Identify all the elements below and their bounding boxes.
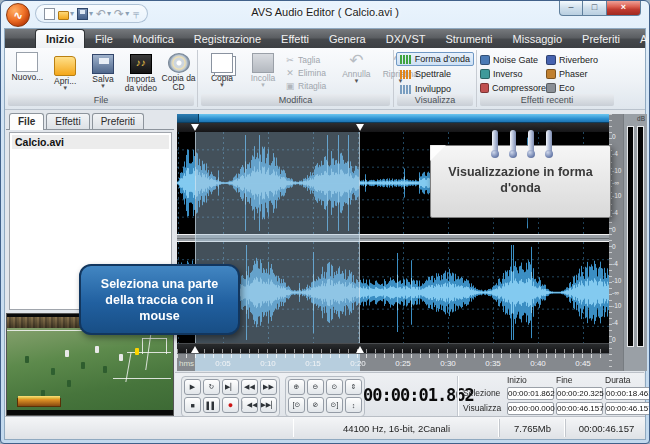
waveform-icon [400,55,411,64]
spectral-icon [400,70,411,79]
button-label: Inverso [493,69,523,79]
ribbon-group-file: Nuovo...Apri...▼Salva▼♪♪Importa da video… [5,50,198,107]
tab-strumenti[interactable]: Strumenti [435,30,502,48]
ruler-tick-label: 0:25 [395,359,411,368]
sidebar-tab-effetti[interactable]: Effetti [46,113,89,129]
ribbon-button-open-folder[interactable]: Apri...▼ [47,52,84,93]
selection-info-panel: InizioFineDurata Selezione00:00:01.86200… [463,375,650,416]
db-label: -∞ [612,179,623,186]
transport-rewind[interactable]: ◀◀ [241,379,258,395]
effect-phaser[interactable]: Phaser [546,67,608,81]
selection-row: Selezione00:00:01.86200:00:20.32500:00:1… [463,386,650,400]
new-file-icon [16,52,38,72]
time-value-box: 00:00:18.463 [605,387,650,400]
selection-row-label: Visualizza [463,403,507,413]
selection-start-handle[interactable] [191,346,199,353]
tab-file[interactable]: File [85,30,123,48]
transport-zoom-sel-left[interactable]: [⊙ [288,397,305,413]
save-icon [92,54,114,74]
db-scale: 0-4-10-∞-10-400-4-10-∞-10-40 [609,114,623,371]
transport-go-to-start[interactable]: ▏◀◀ [241,397,258,413]
ribbon-button-rip-cd[interactable]: Copia da CD [160,52,197,93]
modifica-big-buttons: Copia▼Incolla▼ [201,50,283,92]
tab-genera[interactable]: Genera [319,30,376,48]
ribbon-button-annulla[interactable]: ↶Annulla▼ [334,53,378,92]
ribbon-group-modifica: Copia▼Incolla▼ ✂Taglia✕Elimina▣Ritaglia … [198,50,394,107]
ribbon-tabbar: InizioFileModificaRegistrazioneEffettiGe… [5,29,645,48]
selection-handle-strip-bottom[interactable] [177,343,609,353]
tooltip-note: Visualizzazione in forma d'onda [430,130,611,218]
view-mode-spettrale[interactable]: Spettrale [396,67,474,81]
ribbon-group-effetti: Noise GateRiverberoInversoPhaserCompress… [477,50,617,107]
tab-missaggio[interactable]: Missaggio [503,30,573,48]
transport-go-to-end[interactable]: ▶▶▏ [260,397,277,413]
maximize-button[interactable]: □ [583,1,607,16]
ruler-tick-label: 0:15 [305,359,321,368]
chevron-down-icon: ▼ [353,79,359,84]
selection-end-handle[interactable] [356,124,364,131]
selection-end-handle[interactable] [356,346,364,353]
close-button[interactable]: × [607,1,641,16]
transport-zoom-selection[interactable]: ⊙ [326,379,343,395]
tab-dx-vst[interactable]: DX/VST [376,30,436,48]
effect-eco[interactable]: Eco [546,81,608,95]
zoom-controls: ⊕⊖⊙⇕ [⊙⊘⊙]↕ [285,376,365,417]
sidebar-tabs: FileEffettiPreferiti [6,113,174,130]
effect-icon [480,55,490,65]
transport-stop[interactable]: ■ [184,397,201,413]
level-meter-right [637,126,644,347]
transport-zoom-in[interactable]: ⊕ [288,379,305,395]
transport-play-to-end[interactable]: ▶▏ [222,379,239,395]
transport-zoom-sel-right[interactable]: ⊙] [326,397,343,413]
ribbon-button-taglia[interactable]: ✂Taglia [285,53,326,66]
minimize-button[interactable]: – [559,1,583,16]
tab-inizio[interactable]: Inizio [35,29,85,48]
ribbon-button-ritaglia[interactable]: ▣Ritaglia [285,79,326,92]
playback-controls: ▶↻▶▏◀◀▶▶ ■▌▌●▏◀◀▶▶▏ [181,376,280,417]
folded-corner [430,145,446,161]
selection-start-handle[interactable] [191,124,199,131]
ribbon-button-incolla[interactable]: Incolla▼ [243,52,283,92]
transport-zoom-full[interactable]: ⊘ [307,397,324,413]
transport-zoom-vertical-in[interactable]: ⇕ [345,379,362,395]
horizontal-scrollbar[interactable] [177,114,609,123]
chevron-down-icon: ▼ [219,83,225,88]
db-label: -4 [612,149,623,156]
ribbon-button-copia[interactable]: Copia▼ [202,52,242,92]
ribbon-button-new-file[interactable]: Nuovo... [9,52,46,93]
ruler-unit-label: hms [179,359,194,368]
effect-compressore[interactable]: Compressore [480,81,546,95]
ribbon-button-elimina[interactable]: ✕Elimina [285,66,326,79]
file-list-item[interactable]: Calcio.avi [12,135,169,149]
db-label: -10 [612,166,623,173]
effect-riverbero[interactable]: Riverbero [546,53,608,67]
transport-play-looped[interactable]: ↻ [203,379,220,395]
view-mode-forma-d-onda[interactable]: Forma d'onda [396,52,474,66]
transport-pause[interactable]: ▌▌ [203,397,220,413]
tab-aiuto[interactable]: Aiuto [630,30,650,48]
button-label: Nuovo... [12,73,44,82]
tab-modifica[interactable]: Modifica [123,30,184,48]
ribbon-button-import-video[interactable]: ♪♪Importa da video [122,52,159,93]
titlebar: ∿ ▾ ▾ ↶▾ ↷▾ ╤ AVS Audio Editor ( Calcio.… [1,1,649,28]
effect-noise-gate[interactable]: Noise Gate [480,53,546,67]
button-label: Forma d'onda [415,54,470,64]
transport-record[interactable]: ● [222,397,239,413]
transport-fast-forward[interactable]: ▶▶ [260,379,277,395]
tooltip-bubble-text: Seleziona una parte della traccia con il… [89,276,230,324]
sidebar-tab-preferiti[interactable]: Preferiti [92,113,144,129]
transport-play[interactable]: ▶ [184,379,201,395]
time-ruler[interactable]: hms 0:050:100:150:200:250:300:350:400:45 [177,353,609,371]
tab-effetti[interactable]: Effetti [271,30,319,48]
effect-inverso[interactable]: Inverso [480,67,546,81]
transport-zoom-vertical-out[interactable]: ↕ [345,397,362,413]
sidebar-tab-file[interactable]: File [9,113,44,130]
tab-preferiti[interactable]: Preferiti [572,30,630,48]
button-label: Ritaglia [298,81,326,91]
transport-zoom-out[interactable]: ⊖ [307,379,324,395]
group-label-visualizza: Visualizza [397,94,473,106]
ribbon-button-save[interactable]: Salva▼ [85,52,122,93]
ruler-tick-label: 0:30 [440,359,456,368]
db-label: -4 [612,319,623,326]
tab-registrazione[interactable]: Registrazione [184,30,271,48]
